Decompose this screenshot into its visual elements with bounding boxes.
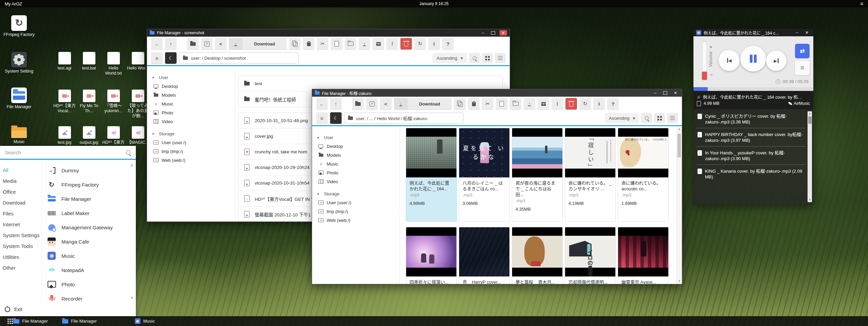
category-item[interactable]: Office: [0, 186, 41, 197]
close-button[interactable]: ✕: [803, 30, 811, 35]
sidebar-item[interactable]: Web (web:/): [147, 156, 235, 165]
search-button[interactable]: [469, 53, 480, 63]
desktop-file-icon[interactable]: test.agi: [52, 52, 77, 90]
playlist-scrollbar[interactable]: ∧ ∨: [808, 111, 812, 202]
cut-button[interactable]: ✂: [317, 38, 328, 50]
app-launcher-button[interactable]: [7, 318, 13, 324]
rename-button[interactable]: I: [551, 98, 563, 110]
volume-down-button[interactable]: −: [710, 72, 713, 77]
minimize-button[interactable]: –: [793, 30, 801, 35]
category-item[interactable]: Media: [0, 175, 41, 186]
category-item[interactable]: Other: [0, 262, 41, 273]
app-item[interactable]: Photo: [42, 277, 136, 291]
help-button[interactable]: ?: [442, 38, 454, 50]
playlist-item[interactable]: In Your Hands _ yusukeP cover. by 柘榴-zak…: [696, 147, 806, 165]
previous-track-button[interactable]: ◀: [719, 50, 740, 71]
desktop-icon-ffmpeg-factory[interactable]: ↻ FFmpeg Factory: [3, 15, 35, 37]
grid-view-button[interactable]: [482, 53, 493, 63]
open-button[interactable]: [187, 38, 199, 50]
app-item[interactable]: Label Maker: [42, 206, 136, 220]
sort-select[interactable]: Ascending▾: [605, 113, 639, 123]
sidebar-item[interactable]: Desktop: [147, 82, 235, 91]
app-item[interactable]: Music: [42, 249, 136, 263]
desktop-file-icon[interactable]: HD⁶⁰【東方Vocal...: [52, 90, 77, 126]
scrollbar-thumb[interactable]: [677, 134, 681, 157]
delete-button[interactable]: [400, 38, 412, 50]
info-button[interactable]: i: [593, 98, 605, 110]
volume-up-button[interactable]: +: [709, 44, 712, 50]
dark-mode-button[interactable]: ☾: [330, 112, 342, 124]
file-tile[interactable]: 四季折々に揺蕩い...: [406, 227, 457, 284]
sidebar-item[interactable]: Video: [147, 117, 235, 126]
download-button[interactable]: ↓ Download: [394, 98, 452, 110]
close-button[interactable]: ✕: [672, 90, 679, 96]
archive-button[interactable]: [538, 98, 549, 110]
download-button[interactable]: ↓ Download: [229, 38, 287, 50]
up-button[interactable]: ↑: [165, 38, 177, 50]
window-titlebar[interactable]: File Manager - 柘榴-zakuro- – ✕: [312, 89, 682, 97]
sidebar-item[interactable]: Music: [147, 99, 235, 108]
new-folder-button[interactable]: [345, 38, 356, 50]
new-folder-button[interactable]: [510, 98, 521, 110]
scroll-up-icon[interactable]: ∧: [130, 163, 133, 168]
back-button[interactable]: ←: [316, 98, 328, 110]
category-item[interactable]: System Settings: [0, 230, 41, 241]
paste-button[interactable]: [468, 98, 480, 110]
path-field[interactable]: user: / ... / Hello World / 柘榴-zakuro-: [344, 113, 464, 123]
sidebar-item[interactable]: User: [312, 133, 400, 142]
repeat-button[interactable]: ⇄: [795, 44, 810, 58]
app-item[interactable]: Recorder: [42, 291, 136, 303]
new-file-button[interactable]: [331, 38, 342, 50]
taskbar-item[interactable]: File Manager: [62, 319, 97, 324]
sidebar-item[interactable]: tmp (tmp:/): [147, 147, 235, 156]
archive-button[interactable]: [373, 38, 384, 50]
info-button[interactable]: i: [428, 38, 440, 50]
category-item[interactable]: Utilities: [0, 251, 41, 262]
desktop-file-icon[interactable]: Hello World.txt: [101, 52, 126, 90]
desktop-file-icon[interactable]: 『雪峰～yukimin...: [101, 90, 126, 126]
cut-button[interactable]: ✂: [482, 98, 493, 110]
sidebar-item[interactable]: Photo: [312, 168, 400, 177]
delete-button[interactable]: [565, 98, 577, 110]
maximize-button[interactable]: [663, 91, 667, 95]
search-input[interactable]: [0, 150, 126, 155]
window-titlebar[interactable]: 例えば、今此処に置かれた花に _ 164 c… – ✕: [693, 29, 813, 36]
open-button[interactable]: [352, 98, 364, 110]
category-item[interactable]: All: [0, 165, 41, 175]
playlist-item[interactable]: Cynic _ ポリスピカデリー cover. by 柘榴-zakuro-.mp…: [696, 110, 806, 128]
dark-mode-button[interactable]: ☾: [165, 52, 177, 64]
progress-bar[interactable]: [693, 87, 813, 91]
desktop-icon-system-setting[interactable]: System Setting: [3, 52, 35, 74]
minimize-button[interactable]: –: [651, 90, 659, 96]
sidebar-item[interactable]: Photo: [147, 108, 235, 117]
window-titlebar[interactable]: File Manager - screenshot – ✕: [147, 29, 510, 37]
desktop-icon-file-manager[interactable]: File Manager: [3, 88, 35, 110]
volume-slider-handle[interactable]: [702, 72, 707, 80]
file-tile[interactable]: 幽霊東京 Ayase...: [618, 227, 669, 284]
app-item[interactable]: FFmpeg Factory: [42, 177, 136, 192]
list-view-button[interactable]: [495, 53, 506, 63]
sidebar-item[interactable]: Web (web:/): [312, 216, 400, 225]
file-tile[interactable]: 夏を見て いるかな 八月のレイニー _ はるまきごはん co... .mp3 3…: [459, 128, 510, 222]
taskbar-item[interactable]: File Manager: [13, 319, 48, 324]
category-item[interactable]: Files: [0, 208, 41, 219]
up-button[interactable]: ↑: [330, 98, 342, 110]
next-track-button[interactable]: ▶: [766, 51, 786, 71]
sidebar-item[interactable]: Models: [312, 151, 400, 159]
file-tile[interactable]: 売 _ HarryP cover...: [459, 227, 510, 284]
queue-button[interactable]: ≡: [795, 61, 810, 75]
menu-toggle-button[interactable]: ≡: [151, 52, 163, 64]
minimize-button[interactable]: –: [479, 30, 487, 36]
share-button[interactable]: <: [380, 98, 392, 110]
path-field[interactable]: user: / Desktop / screenshot: [179, 53, 299, 63]
app-item[interactable]: Management Gateway: [42, 220, 136, 234]
scrollbar[interactable]: ∧ ∨: [676, 126, 682, 284]
file-tile[interactable]: 命に嫌われている。 - Acoustic c 命に嫌われている。acoustic…: [618, 128, 669, 222]
taskbar-item[interactable]: Music: [135, 318, 155, 324]
refresh-button[interactable]: ↻: [414, 38, 426, 50]
scroll-down-icon[interactable]: ∨: [130, 295, 133, 300]
help-button[interactable]: ?: [607, 98, 619, 110]
new-file-button[interactable]: [496, 98, 507, 110]
list-view-button[interactable]: [667, 113, 678, 123]
copy-button[interactable]: [454, 98, 466, 110]
